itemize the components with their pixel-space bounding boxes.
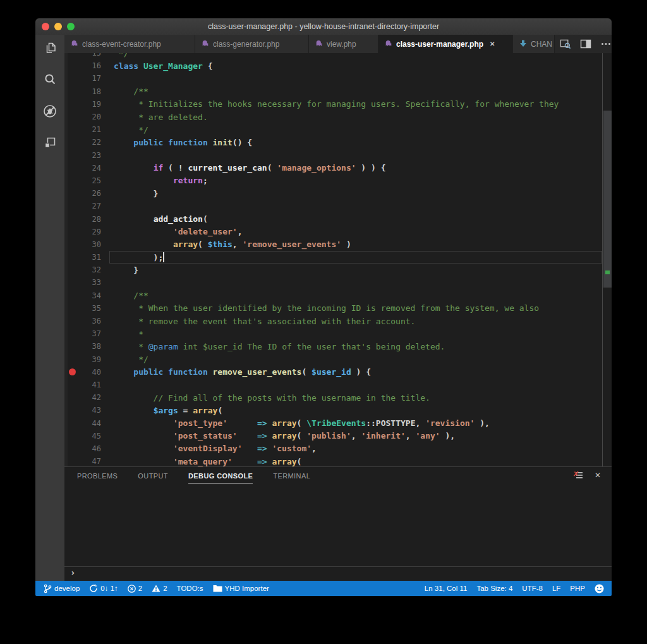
line-number[interactable]: 46 (81, 444, 101, 453)
breakpoint-margin[interactable] (64, 174, 81, 187)
breakpoint-margin[interactable] (64, 442, 81, 455)
code-line-38[interactable]: 38 * @param int $user_id The ID of the u… (64, 340, 612, 353)
code-line-43[interactable]: 43 $args = array( (64, 404, 612, 416)
breakpoint-margin[interactable] (64, 200, 81, 212)
clear-console-icon[interactable] (573, 470, 583, 480)
breakpoint-margin[interactable] (64, 187, 81, 200)
breakpoint-margin[interactable] (64, 212, 81, 225)
open-preview-icon[interactable] (560, 39, 571, 50)
more-actions-icon[interactable] (600, 39, 612, 50)
code-line-21[interactable]: 21 */ (64, 123, 612, 136)
breakpoint-margin[interactable] (64, 289, 81, 302)
line-number[interactable]: 36 (81, 317, 101, 325)
line-number[interactable]: 26 (81, 189, 101, 198)
code-line-16[interactable]: 16class User_Manager { (64, 59, 612, 72)
debug-icon[interactable] (42, 104, 57, 119)
line-number[interactable]: 21 (81, 125, 101, 134)
panel-tab-debug-console[interactable]: DEBUG CONSOLE (188, 468, 253, 483)
line-number[interactable]: 18 (81, 87, 101, 96)
title-bar[interactable]: class-user-manager.php - yellow-house-in… (35, 18, 612, 35)
close-window-button[interactable] (42, 23, 49, 30)
line-number[interactable]: 25 (81, 176, 101, 185)
code-line-31[interactable]: 31 ); (64, 251, 612, 264)
code-line-15[interactable]: 15 */ (64, 53, 612, 59)
line-number[interactable]: 44 (81, 419, 101, 428)
line-number[interactable]: 19 (81, 100, 101, 109)
explorer-icon[interactable] (42, 40, 57, 56)
line-number[interactable]: 31 (81, 253, 101, 262)
breakpoint-margin[interactable] (64, 391, 81, 404)
line-number[interactable]: 47 (81, 457, 101, 466)
extensions-icon[interactable] (42, 135, 57, 150)
breakpoint-margin[interactable] (64, 430, 81, 442)
encoding[interactable]: UTF-8 (522, 585, 543, 592)
breakpoint-margin[interactable] (64, 264, 81, 276)
line-number[interactable]: 23 (81, 151, 101, 160)
breakpoint-margin[interactable] (64, 404, 81, 416)
line-number[interactable]: 22 (81, 138, 101, 147)
line-number[interactable]: 34 (81, 291, 101, 300)
split-editor-icon[interactable] (580, 39, 591, 50)
code-line-22[interactable]: 22 public function init() { (64, 136, 612, 149)
code-line-39[interactable]: 39 */ (64, 353, 612, 366)
code-line-34[interactable]: 34 /** (64, 289, 612, 302)
tab-CHAN[interactable]: CHAN (513, 35, 555, 53)
zoom-window-button[interactable] (67, 23, 75, 30)
breakpoint-margin[interactable] (64, 366, 81, 379)
line-number[interactable]: 42 (81, 393, 101, 402)
code-line-46[interactable]: 46 'eventDisplay' => 'custom', (64, 442, 612, 455)
breakpoint-margin[interactable] (64, 327, 81, 340)
code-line-29[interactable]: 29 'delete_user', (64, 226, 612, 238)
panel-tab-problems[interactable]: PROBLEMS (77, 468, 118, 483)
code-line-36[interactable]: 36 * remove the event that's associated … (64, 315, 612, 327)
line-number[interactable]: 33 (81, 278, 101, 287)
breakpoint-margin[interactable] (64, 416, 81, 429)
line-number[interactable]: 24 (81, 164, 101, 173)
breakpoint-dot[interactable] (69, 368, 76, 375)
code-line-28[interactable]: 28 add_action( (64, 212, 612, 225)
line-number[interactable]: 30 (81, 240, 101, 249)
breakpoint-margin[interactable] (64, 72, 81, 85)
panel-tab-output[interactable]: OUTPUT (138, 468, 168, 483)
debug-console-input[interactable]: › (64, 566, 612, 578)
breakpoint-margin[interactable] (64, 302, 81, 315)
line-number[interactable]: 29 (81, 228, 101, 236)
line-number[interactable]: 16 (81, 61, 101, 70)
language-mode[interactable]: PHP (570, 585, 585, 592)
breakpoint-margin[interactable] (64, 379, 81, 391)
code-editor[interactable]: 15 */16class User_Manager {1718 /**19 * … (64, 53, 612, 466)
line-number[interactable]: 32 (81, 265, 101, 274)
editor-scrollbar[interactable] (602, 53, 612, 466)
code-line-47[interactable]: 47 'meta_query' => array( (64, 455, 612, 466)
breakpoint-margin[interactable] (64, 136, 81, 149)
close-tab-icon[interactable]: ✕ (490, 40, 495, 47)
breakpoint-margin[interactable] (64, 98, 81, 111)
code-line-23[interactable]: 23 (64, 149, 612, 162)
code-line-24[interactable]: 24 if ( ! current_user_can( 'manage_opti… (64, 162, 612, 174)
line-number[interactable]: 41 (81, 380, 101, 389)
line-number[interactable]: 28 (81, 215, 101, 224)
minimize-window-button[interactable] (54, 23, 62, 30)
tab-class-user-manager.php[interactable]: class-user-manager.php✕ (378, 35, 513, 53)
warning-count[interactable]: 2 (152, 585, 167, 592)
breakpoint-margin[interactable] (64, 85, 81, 98)
tab-view.php[interactable]: view.php (309, 35, 378, 53)
code-line-42[interactable]: 42 // Find all of the posts with the use… (64, 391, 612, 404)
code-line-19[interactable]: 19 * Initializes the hooks necessary for… (64, 98, 612, 111)
code-line-18[interactable]: 18 /** (64, 85, 612, 98)
breakpoint-margin[interactable] (64, 149, 81, 162)
breakpoint-margin[interactable] (64, 276, 81, 289)
cursor-position[interactable]: Ln 31, Col 11 (425, 585, 468, 592)
breakpoint-margin[interactable] (64, 226, 81, 238)
search-icon[interactable] (42, 72, 57, 87)
panel-tab-terminal[interactable]: TERMINAL (273, 468, 310, 483)
line-number[interactable]: 39 (81, 355, 101, 364)
breakpoint-margin[interactable] (64, 123, 81, 136)
line-number[interactable]: 38 (81, 342, 101, 351)
code-line-37[interactable]: 37 * (64, 327, 612, 340)
code-line-44[interactable]: 44 'post_type' => array( \TribeEvents::P… (64, 416, 612, 429)
code-line-26[interactable]: 26 } (64, 187, 612, 200)
line-number[interactable]: 37 (81, 329, 101, 338)
code-line-40[interactable]: 40 public function remove_user_events( $… (64, 366, 612, 379)
code-line-41[interactable]: 41 (64, 379, 612, 391)
